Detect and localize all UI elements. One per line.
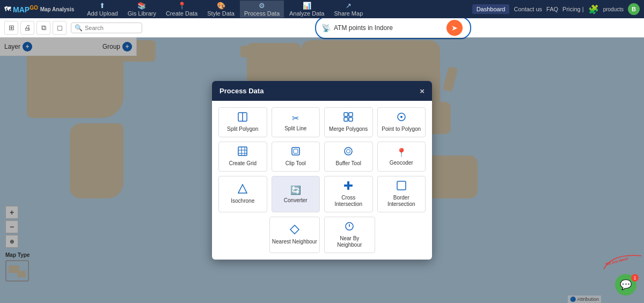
- merge-polygons-label: Merge Polygons: [329, 126, 368, 132]
- products-icon: 🧩: [588, 4, 599, 14]
- nav-process-data[interactable]: ⚙ Process Data: [240, 1, 284, 18]
- clip-tool-label: Clip Tool: [286, 160, 306, 167]
- layers-icon[interactable]: ⧉: [36, 21, 50, 35]
- chat-badge-count: 1: [631, 274, 639, 282]
- pricing-btn[interactable]: Pricing |: [562, 6, 584, 12]
- converter-label: Converter: [284, 197, 308, 204]
- modal-grid: Split Polygon ✂ Split Line Merge Polygon…: [218, 107, 426, 212]
- nav-share-map[interactable]: ↗ Share Map: [330, 1, 367, 18]
- clip-tool-icon: [291, 146, 301, 158]
- process-data-modal: Process Data × Split Polygon ✂ Split Lin…: [212, 81, 432, 260]
- faq-btn[interactable]: FAQ: [546, 6, 558, 12]
- products-label: products: [603, 6, 624, 12]
- dashboard-btn[interactable]: Dashboard: [472, 4, 510, 14]
- svg-rect-3: [344, 113, 348, 116]
- atm-search-bar: 📡 ➤: [315, 17, 471, 39]
- brand-logo: 🗺 MAPGO Map Analysis: [4, 5, 74, 14]
- analyze-icon: 📊: [303, 2, 311, 10]
- converter-icon: 🔄: [290, 185, 301, 195]
- toolbar: ⊞ 🖨 ⧉ ◻ 🔍 📡 ➤: [0, 18, 644, 38]
- atm-go-button[interactable]: ➤: [447, 20, 463, 36]
- create-icon: 📍: [178, 2, 186, 10]
- geocoder-label: Geocoder: [390, 160, 413, 166]
- user-avatar[interactable]: B: [628, 3, 640, 15]
- grid-icon[interactable]: ⊞: [4, 21, 18, 35]
- navbar: 🗺 MAPGO Map Analysis ⬆ Add Upload 📚 Gis …: [0, 0, 644, 18]
- chat-badge-wrapper: 💬 1: [615, 274, 639, 298]
- isochrone-item[interactable]: Isochrone: [218, 176, 267, 212]
- buffer-tool-item[interactable]: Buffer Tool: [324, 142, 373, 172]
- search-input[interactable]: [85, 25, 138, 31]
- svg-rect-15: [294, 149, 298, 153]
- svg-rect-5: [344, 117, 348, 121]
- contact-btn[interactable]: Contact us: [514, 6, 542, 12]
- geocoder-icon: 📍: [396, 147, 407, 158]
- nav-process-data-label: Process Data: [244, 10, 280, 17]
- split-polygon-item[interactable]: Split Polygon: [218, 107, 267, 137]
- point-to-polygon-item[interactable]: Point to Polygon: [377, 107, 426, 137]
- modal-title: Process Data: [219, 87, 264, 95]
- library-icon: 📚: [137, 2, 146, 10]
- split-polygon-label: Split Polygon: [227, 126, 258, 132]
- print-icon[interactable]: 🖨: [20, 21, 34, 35]
- modal-last-row: Nearest Neighbour Near By Neighbour: [218, 217, 426, 253]
- upload-icon: ⬆: [99, 2, 105, 10]
- merge-polygons-item[interactable]: Merge Polygons: [324, 107, 373, 137]
- process-icon: ⚙: [259, 2, 265, 10]
- modal-close-button[interactable]: ×: [420, 86, 425, 95]
- near-by-neighbour-label: Near By Neighbour: [327, 235, 372, 248]
- svg-marker-18: [238, 184, 247, 193]
- create-grid-icon: [238, 146, 247, 158]
- nav-add-upload-label: Add Upload: [87, 10, 118, 17]
- svg-point-16: [345, 147, 352, 155]
- converter-item[interactable]: 🔄 Converter: [272, 176, 320, 212]
- modal-header: Process Data ×: [212, 81, 432, 101]
- cross-intersection-item[interactable]: Cross Intersection: [324, 176, 373, 212]
- merge-polygons-icon: [343, 112, 353, 124]
- chat-bubble: We Are Here! 💬 1: [615, 274, 639, 298]
- near-by-neighbour-item[interactable]: Near By Neighbour: [324, 217, 375, 253]
- svg-rect-6: [349, 117, 353, 121]
- clip-tool-item[interactable]: Clip Tool: [272, 142, 320, 172]
- split-line-label: Split Line: [284, 125, 306, 132]
- modal-overlay: Process Data × Split Polygon ✂ Split Lin…: [0, 38, 644, 303]
- nav-style-data-label: Style Data: [207, 10, 235, 17]
- split-line-item[interactable]: ✂ Split Line: [272, 107, 320, 137]
- atm-search-input[interactable]: [334, 24, 441, 32]
- create-grid-label: Create Grid: [229, 160, 257, 167]
- create-grid-item[interactable]: Create Grid: [218, 142, 267, 172]
- svg-point-8: [400, 116, 402, 118]
- nav-gis-library-label: Gis Library: [128, 10, 156, 17]
- geocoder-item[interactable]: 📍 Geocoder: [377, 142, 426, 172]
- svg-rect-20: [344, 184, 353, 187]
- buffer-tool-icon: [343, 146, 353, 158]
- brand-icon: 🗺: [4, 5, 11, 13]
- search-icon: 🔍: [75, 24, 83, 32]
- nearest-neighbour-icon: [290, 225, 299, 237]
- point-to-polygon-label: Point to Polygon: [382, 126, 421, 132]
- svg-rect-14: [292, 147, 299, 155]
- nav-analyze-data-label: Analyze Data: [289, 10, 324, 17]
- border-intersection-item[interactable]: Border Intersection: [377, 176, 426, 212]
- modal-body: Split Polygon ✂ Split Line Merge Polygon…: [212, 101, 432, 260]
- point-to-polygon-icon: [397, 112, 406, 124]
- nav-add-upload[interactable]: ⬆ Add Upload: [83, 1, 122, 18]
- isochrone-icon: [238, 184, 247, 196]
- svg-marker-22: [290, 225, 299, 234]
- near-by-neighbour-icon: [345, 221, 354, 233]
- search-box[interactable]: 🔍: [71, 23, 142, 33]
- nav-create-data-label: Create Data: [166, 10, 197, 17]
- nav-gis-library[interactable]: 📚 Gis Library: [123, 1, 160, 18]
- nav-create-data[interactable]: 📍 Create Data: [162, 1, 202, 18]
- we-are-here-banner: We Are Here!: [601, 250, 644, 274]
- nav-right: Dashboard Contact us FAQ Pricing | 🧩 pro…: [472, 3, 640, 15]
- nav-analyze-data[interactable]: 📊 Analyze Data: [285, 1, 328, 18]
- square-icon[interactable]: ◻: [53, 21, 67, 35]
- split-line-icon: ✂: [292, 113, 299, 123]
- brand-text: MAPGO: [13, 5, 38, 14]
- svg-rect-4: [349, 113, 353, 116]
- cross-intersection-label: Cross Intersection: [327, 195, 370, 208]
- nearest-neighbour-item[interactable]: Nearest Neighbour: [269, 217, 320, 253]
- split-polygon-icon: [238, 112, 247, 124]
- nav-style-data[interactable]: 🎨 Style Data: [203, 1, 239, 18]
